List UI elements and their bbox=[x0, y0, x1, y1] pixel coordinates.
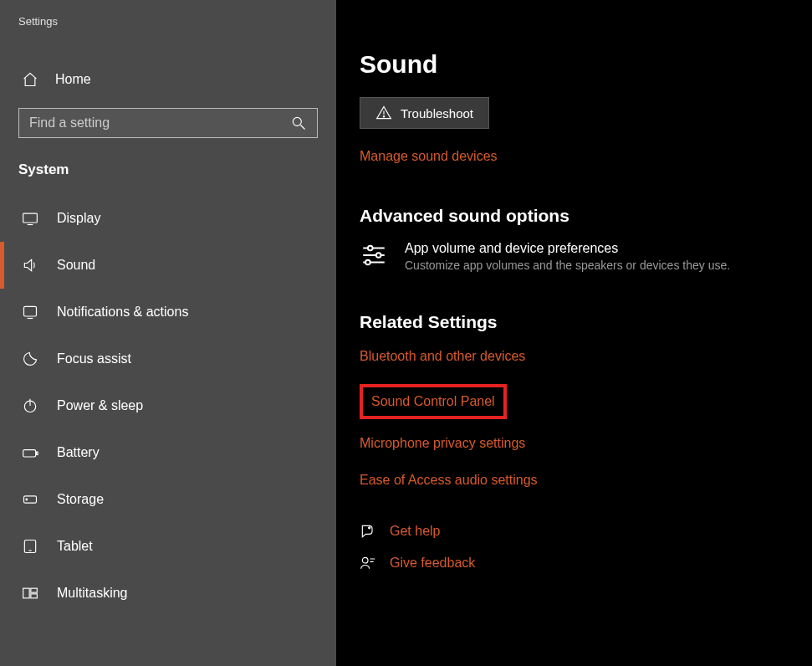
sidebar-item-power[interactable]: Power & sleep bbox=[0, 382, 336, 429]
manage-sound-devices-link[interactable]: Manage sound devices bbox=[360, 147, 789, 166]
svg-rect-15 bbox=[31, 594, 38, 598]
home-label: Home bbox=[55, 72, 91, 87]
svg-point-17 bbox=[383, 116, 384, 117]
feedback-icon bbox=[360, 555, 376, 571]
troubleshoot-button[interactable]: Troubleshoot bbox=[360, 97, 489, 129]
sliders-icon bbox=[360, 241, 388, 269]
focus-assist-icon bbox=[22, 351, 38, 367]
pref-desc: Customize app volumes and the speakers o… bbox=[405, 259, 730, 272]
warning-icon bbox=[375, 105, 392, 121]
get-help-row[interactable]: Get help bbox=[360, 523, 789, 540]
bluetooth-devices-link[interactable]: Bluetooth and other devices bbox=[360, 347, 789, 366]
search-wrap bbox=[18, 108, 318, 138]
svg-rect-13 bbox=[23, 588, 30, 598]
svg-rect-4 bbox=[24, 306, 37, 316]
sidebar-item-label: Focus assist bbox=[57, 351, 131, 366]
svg-point-0 bbox=[293, 117, 301, 126]
svg-point-21 bbox=[376, 253, 381, 258]
footer-links: Get help Give feedback bbox=[360, 523, 789, 571]
svg-point-19 bbox=[368, 246, 373, 251]
highlight-box: Sound Control Panel bbox=[360, 384, 507, 419]
sidebar-item-notifications[interactable]: Notifications & actions bbox=[0, 289, 336, 336]
pref-text: App volume and device preferences Custom… bbox=[405, 241, 730, 272]
svg-rect-8 bbox=[37, 452, 38, 454]
app-volume-preferences[interactable]: App volume and device preferences Custom… bbox=[360, 241, 789, 272]
svg-point-24 bbox=[368, 526, 370, 529]
search-input[interactable] bbox=[29, 115, 290, 131]
multitasking-icon bbox=[22, 585, 38, 602]
svg-rect-7 bbox=[23, 450, 36, 457]
feedback-row[interactable]: Give feedback bbox=[360, 555, 789, 571]
sound-icon bbox=[22, 257, 38, 274]
svg-rect-14 bbox=[31, 588, 38, 592]
troubleshoot-label: Troubleshoot bbox=[401, 106, 473, 120]
sidebar-item-label: Notifications & actions bbox=[57, 305, 188, 320]
page-title: Sound bbox=[360, 50, 789, 79]
sidebar: Settings Home System Display Sound bbox=[0, 0, 336, 666]
tablet-icon bbox=[22, 538, 38, 555]
related-settings-head: Related Settings bbox=[360, 312, 789, 332]
app-title: Settings bbox=[0, 15, 336, 28]
search-box[interactable] bbox=[18, 108, 318, 138]
sidebar-item-label: Power & sleep bbox=[57, 398, 143, 413]
home-button[interactable]: Home bbox=[0, 61, 336, 98]
microphone-privacy-link[interactable]: Microphone privacy settings bbox=[360, 434, 789, 453]
svg-point-10 bbox=[26, 499, 28, 500]
advanced-options-head: Advanced sound options bbox=[360, 206, 789, 226]
display-icon bbox=[22, 210, 38, 227]
sidebar-item-label: Display bbox=[57, 211, 100, 226]
sidebar-item-battery[interactable]: Battery bbox=[0, 429, 336, 476]
search-icon bbox=[290, 115, 307, 131]
svg-point-25 bbox=[362, 557, 368, 563]
home-icon bbox=[22, 71, 38, 88]
notifications-icon bbox=[22, 304, 38, 320]
storage-icon bbox=[22, 491, 38, 508]
sidebar-item-label: Sound bbox=[57, 258, 95, 273]
sidebar-item-focus[interactable]: Focus assist bbox=[0, 336, 336, 382]
sound-control-panel-link[interactable]: Sound Control Panel bbox=[371, 392, 495, 411]
sidebar-item-label: Storage bbox=[57, 492, 104, 507]
category-header: System bbox=[0, 156, 336, 195]
sidebar-item-multitasking[interactable]: Multitasking bbox=[0, 570, 336, 617]
battery-icon bbox=[22, 444, 38, 461]
help-icon bbox=[360, 523, 376, 540]
sidebar-item-sound[interactable]: Sound bbox=[0, 242, 336, 289]
sidebar-item-label: Multitasking bbox=[57, 586, 127, 601]
sidebar-item-tablet[interactable]: Tablet bbox=[0, 523, 336, 570]
nav-list: Display Sound Notifications & actions Fo… bbox=[0, 195, 336, 617]
svg-rect-2 bbox=[23, 213, 38, 223]
ease-of-access-audio-link[interactable]: Ease of Access audio settings bbox=[360, 471, 789, 489]
pref-title: App volume and device preferences bbox=[405, 241, 730, 256]
sidebar-item-display[interactable]: Display bbox=[0, 195, 336, 242]
give-feedback-link[interactable]: Give feedback bbox=[390, 556, 475, 571]
sidebar-item-label: Tablet bbox=[57, 539, 93, 554]
sidebar-item-label: Battery bbox=[57, 445, 100, 460]
sidebar-item-storage[interactable]: Storage bbox=[0, 476, 336, 523]
related-settings-list: Bluetooth and other devices Sound Contro… bbox=[360, 347, 789, 489]
svg-line-1 bbox=[301, 126, 305, 130]
get-help-link[interactable]: Get help bbox=[390, 524, 440, 539]
power-icon bbox=[22, 397, 38, 414]
svg-point-23 bbox=[365, 260, 370, 265]
content-pane: Sound Troubleshoot Manage sound devices … bbox=[336, 0, 812, 666]
